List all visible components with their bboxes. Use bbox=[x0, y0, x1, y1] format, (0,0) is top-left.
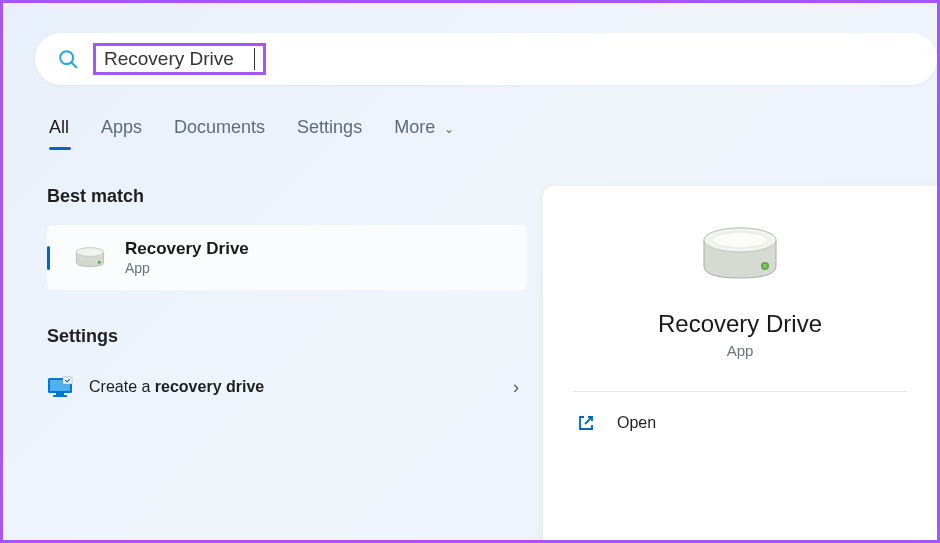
svg-point-4 bbox=[98, 260, 101, 263]
svg-point-14 bbox=[763, 264, 767, 268]
chevron-right-icon: › bbox=[513, 377, 519, 398]
svg-point-12 bbox=[712, 232, 768, 248]
tab-more[interactable]: More ⌄ bbox=[394, 117, 454, 146]
best-match-header: Best match bbox=[47, 186, 523, 207]
result-title: Recovery Drive bbox=[125, 239, 249, 259]
settings-header: Settings bbox=[47, 326, 523, 347]
text-cursor bbox=[254, 48, 255, 70]
detail-title: Recovery Drive bbox=[573, 310, 907, 338]
svg-line-1 bbox=[72, 63, 77, 68]
selection-indicator bbox=[47, 246, 50, 270]
tab-settings[interactable]: Settings bbox=[297, 117, 362, 146]
drive-icon-large bbox=[698, 222, 782, 288]
search-bar[interactable] bbox=[35, 33, 937, 85]
best-match-result[interactable]: Recovery Drive App bbox=[47, 225, 527, 290]
search-input-highlight bbox=[93, 43, 266, 75]
open-external-icon bbox=[577, 414, 595, 432]
chevron-down-icon: ⌄ bbox=[444, 122, 454, 136]
tab-more-label: More bbox=[394, 117, 435, 137]
svg-rect-9 bbox=[53, 395, 67, 397]
open-label: Open bbox=[617, 414, 656, 432]
drive-icon bbox=[73, 244, 107, 272]
search-input[interactable] bbox=[104, 48, 254, 70]
tab-apps[interactable]: Apps bbox=[101, 117, 142, 146]
settings-result-create-recovery-drive[interactable]: Create a recovery drive › bbox=[47, 365, 519, 409]
detail-subtitle: App bbox=[573, 342, 907, 359]
settings-result-label: Create a recovery drive bbox=[89, 378, 264, 396]
result-subtitle: App bbox=[125, 260, 249, 276]
svg-rect-7 bbox=[63, 377, 72, 384]
tab-all[interactable]: All bbox=[49, 117, 69, 146]
results-panel: Best match Recovery Drive App Settings bbox=[3, 186, 523, 543]
search-icon bbox=[57, 48, 79, 70]
svg-point-3 bbox=[76, 247, 103, 256]
svg-rect-8 bbox=[56, 393, 64, 395]
tab-documents[interactable]: Documents bbox=[174, 117, 265, 146]
monitor-icon bbox=[47, 375, 73, 399]
detail-panel: Recovery Drive App Open bbox=[543, 186, 937, 543]
filter-tabs: All Apps Documents Settings More ⌄ bbox=[49, 117, 937, 146]
open-action[interactable]: Open bbox=[573, 392, 907, 432]
